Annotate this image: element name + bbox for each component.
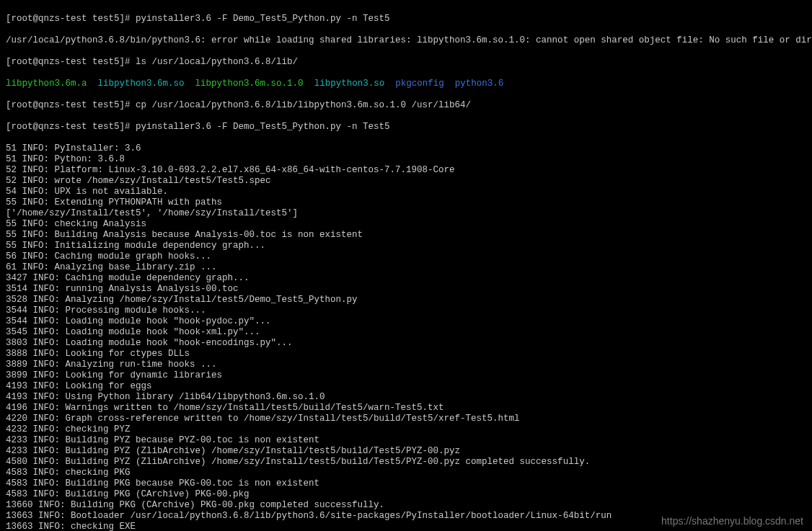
output-line: 55 INFO: Extending PYTHONPATH with paths xyxy=(6,197,806,208)
output-line: 3803 INFO: Loading module hook "hook-enc… xyxy=(6,338,806,349)
output-line: 52 INFO: Platform: Linux-3.10.0-693.2.2.… xyxy=(6,165,806,176)
output-line: 13660 INFO: Building PKG (CArchive) PKG-… xyxy=(6,500,806,511)
prompt: [root@qnzs-test test5]# xyxy=(6,122,131,132)
output-line: 4583 INFO: Building PKG (CArchive) PKG-0… xyxy=(6,489,806,500)
output-line: 4232 INFO: checking PYZ xyxy=(6,424,806,435)
watermark-text: https://shazhenyu.blog.csdn.net xyxy=(661,516,803,527)
ls-output: libpython3.6m.a libpython3.6m.so libpyth… xyxy=(6,79,806,89)
file-so-2: libpython3.so xyxy=(314,79,385,89)
output-line: 4233 INFO: Building PYZ (ZlibArchive) /h… xyxy=(6,446,806,457)
prompt: [root@qnzs-test test5]# xyxy=(6,57,131,67)
output-line: 3427 INFO: Caching module dependency gra… xyxy=(6,273,806,284)
output-line: 4233 INFO: Building PYZ because PYZ-00.t… xyxy=(6,435,806,446)
file-so-1: libpython3.6m.so.1.0 xyxy=(195,79,304,89)
output-line: 4193 INFO: Using Python library /lib64/l… xyxy=(6,392,806,403)
output-line: 4580 INFO: Building PYZ (ZlibArchive) /h… xyxy=(6,457,806,468)
output-line: 3889 INFO: Analyzing run-time hooks ... xyxy=(6,360,806,370)
output-line: 4220 INFO: Graph cross-reference written… xyxy=(6,414,806,424)
output-line: 3544 INFO: Loading module hook "hook-pyd… xyxy=(6,316,806,327)
prompt-line-4: [root@qnzs-test test5]# pyinstaller3.6 -… xyxy=(6,122,806,133)
output-line: 3514 INFO: running Analysis Analysis-00.… xyxy=(6,284,806,295)
output-line: 4583 INFO: checking PKG xyxy=(6,468,806,478)
file-archive: libpython3.6m.a xyxy=(6,79,87,89)
dir-python: python3.6 xyxy=(455,79,504,89)
dir-pkgconfig: pkgconfig xyxy=(395,79,444,89)
output-line: 55 INFO: checking Analysis xyxy=(6,219,806,230)
output-line: 55 INFO: Initializing module dependency … xyxy=(6,241,806,251)
output-line: ['/home/szy/Install/test5', '/home/szy/I… xyxy=(6,208,806,219)
prompt: [root@qnzs-test test5]# xyxy=(6,100,131,110)
build-output: 51 INFO: PyInstaller: 3.651 INFO: Python… xyxy=(6,143,806,531)
output-line: 56 INFO: Caching module graph hooks... xyxy=(6,251,806,262)
command-text: pyinstaller3.6 -F Demo_Test5_Python.py -… xyxy=(136,122,390,132)
output-line: 4583 INFO: Building PKG because PKG-00.t… xyxy=(6,478,806,489)
output-line: 51 INFO: Python: 3.6.8 xyxy=(6,154,806,165)
prompt-line-3: [root@qnzs-test test5]# cp /usr/local/py… xyxy=(6,100,806,111)
output-line: 3899 INFO: Looking for dynamic libraries xyxy=(6,370,806,381)
output-line: 4193 INFO: Looking for eggs xyxy=(6,381,806,392)
error-line: /usr/local/python3.6.8/bin/python3.6: er… xyxy=(6,35,806,46)
output-line: 51 INFO: PyInstaller: 3.6 xyxy=(6,143,806,154)
output-line: 54 INFO: UPX is not available. xyxy=(6,187,806,197)
command-text: ls /usr/local/python3.6.8/lib/ xyxy=(136,57,298,67)
prompt-line-1: [root@qnzs-test test5]# pyinstaller3.6 -… xyxy=(6,14,806,24)
command-text: pyinstaller3.6 -F Demo_Test5_Python.py -… xyxy=(136,14,390,24)
output-line: 3545 INFO: Loading module hook "hook-xml… xyxy=(6,327,806,338)
terminal-output[interactable]: [root@qnzs-test test5]# pyinstaller3.6 -… xyxy=(0,0,812,531)
prompt: [root@qnzs-test test5]# xyxy=(6,14,131,24)
output-line: 3544 INFO: Processing module hooks... xyxy=(6,305,806,316)
prompt-line-2: [root@qnzs-test test5]# ls /usr/local/py… xyxy=(6,57,806,68)
command-text: cp /usr/local/python3.6.8/lib/libpython3… xyxy=(136,100,471,110)
output-line: 3528 INFO: Analyzing /home/szy/Install/t… xyxy=(6,295,806,305)
file-so: libpython3.6m.so xyxy=(98,79,185,89)
output-line: 61 INFO: Analyzing base_library.zip ... xyxy=(6,262,806,273)
output-line: 3888 INFO: Looking for ctypes DLLs xyxy=(6,349,806,360)
output-line: 52 INFO: wrote /home/szy/Install/test5/T… xyxy=(6,176,806,187)
output-line: 55 INFO: Building Analysis because Analy… xyxy=(6,230,806,241)
output-line: 4196 INFO: Warnings written to /home/szy… xyxy=(6,403,806,414)
